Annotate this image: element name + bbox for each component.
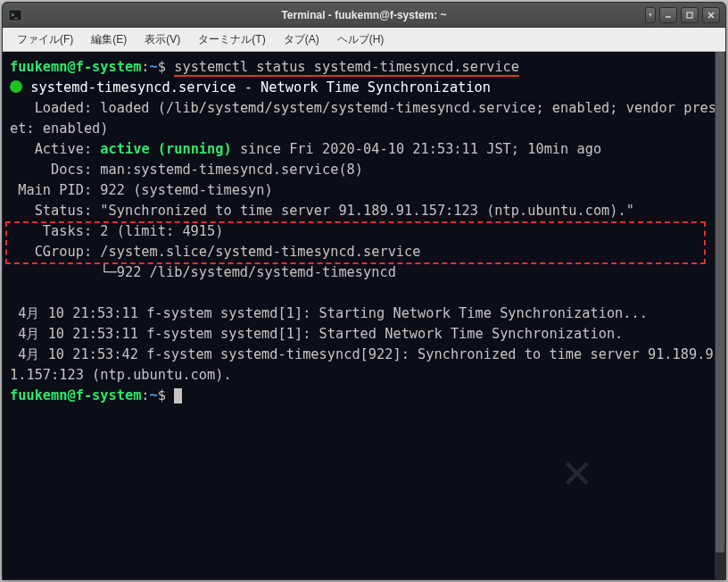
window-titlebar[interactable]: >_ Terminal - fuukemn@f-system: ~ ▾ <box>3 3 725 28</box>
prompt-path: ~ <box>150 59 158 75</box>
menu-terminal[interactable]: ターミナル(T) <box>189 29 274 51</box>
log-line-3: 4月 10 21:53:42 f-system systemd-timesync… <box>10 346 714 383</box>
prompt-user-2: fuukemn@f-system <box>10 387 141 403</box>
menu-edit[interactable]: 編集(E) <box>82 29 136 51</box>
service-header: systemd-timesyncd.service - Network Time… <box>30 79 491 96</box>
svg-rect-3 <box>687 12 692 18</box>
docs-line: Docs: man:systemd-timesyncd.service(8) <box>10 162 363 178</box>
status-line: Status: "Synchronized to time server 91.… <box>10 203 634 219</box>
command-text: systemctl status systemd-timesyncd.servi… <box>174 59 519 77</box>
close-button[interactable] <box>702 7 720 23</box>
window-title: Terminal - fuukemn@f-system: ~ <box>3 9 725 21</box>
log-line-1: 4月 10 21:53:11 f-system systemd[1]: Star… <box>10 305 648 321</box>
menu-help[interactable]: ヘルプ(H) <box>328 29 393 51</box>
menu-file[interactable]: ファイル(F) <box>8 29 82 51</box>
status-dot-icon <box>10 80 22 93</box>
scrollbar-thumb[interactable] <box>716 52 724 553</box>
window-controls: ▾ <box>645 7 720 23</box>
window-menu-dropdown[interactable]: ▾ <box>645 7 656 23</box>
mainpid-line: Main PID: 922 (systemd-timesyn) <box>10 182 273 198</box>
svg-text:>_: >_ <box>11 12 18 19</box>
watermark-x-icon: ✕ <box>562 461 592 481</box>
prompt-path-2: ~ <box>150 387 158 403</box>
tasks-line: Tasks: 2 (limit: 4915) <box>10 223 223 239</box>
loaded-line: Loaded: loaded (/lib/systemd/system/syst… <box>10 100 716 137</box>
log-line-2: 4月 10 21:53:11 f-system systemd[1]: Star… <box>10 326 623 342</box>
menu-tab[interactable]: タブ(A) <box>275 29 328 51</box>
prompt-sep: : <box>141 59 149 75</box>
active-post: since Fri 2020-04-10 21:53:11 JST; 10min… <box>232 141 601 157</box>
maximize-button[interactable] <box>681 7 699 23</box>
prompt-dollar: $ <box>158 59 174 75</box>
active-status: active (running) <box>100 141 231 157</box>
prompt-user: fuukemn@f-system <box>10 59 141 75</box>
minimize-button[interactable] <box>659 7 677 23</box>
terminal-window: >_ Terminal - fuukemn@f-system: ~ ▾ ファイル… <box>2 2 726 580</box>
terminal-app-icon: >_ <box>8 8 22 22</box>
terminal-output[interactable]: fuukemn@f-system:~$ systemctl status sys… <box>3 52 725 579</box>
cgroup-line-1: CGroup: /system.slice/systemd-timesyncd.… <box>10 244 421 260</box>
menu-view[interactable]: 表示(V) <box>136 29 189 51</box>
cursor-block <box>174 388 182 403</box>
menubar: ファイル(F) 編集(E) 表示(V) ターミナル(T) タブ(A) ヘルプ(H… <box>3 28 725 52</box>
active-pre: Active: <box>10 141 100 157</box>
terminal-scrollbar[interactable] <box>715 52 725 579</box>
cgroup-line-2: └─922 /lib/systemd/systemd-timesyncd <box>10 264 396 280</box>
